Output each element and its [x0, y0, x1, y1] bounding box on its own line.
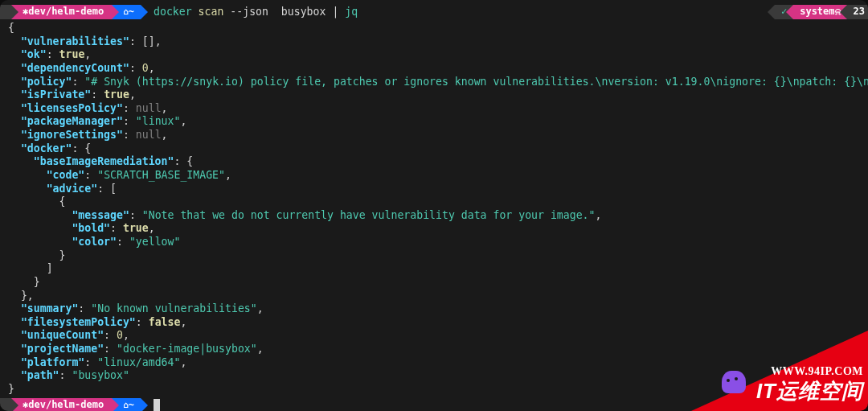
home-tilde-2: ~ — [129, 399, 134, 411]
time-value: 23 — [854, 6, 865, 18]
path-segment: ✱ dev/helm-demo — [11, 5, 112, 19]
cmd-target: busybox — [281, 6, 326, 18]
apple-segment-2 — [0, 398, 11, 412]
val-advice-bold: true — [123, 222, 149, 234]
time-segment: 23 — [847, 5, 868, 19]
val-policy: # Snyk (https://snyk.io) policy file, pa… — [91, 76, 868, 88]
prompt-row-bottom[interactable]: ✱ dev/helm-demo ⌂ ~ — [0, 398, 868, 412]
val-isprivate: true — [104, 88, 129, 101]
val-ok: true — [59, 48, 85, 60]
podman-seal-icon — [722, 371, 746, 393]
val-advice-color: yellow — [136, 236, 174, 248]
val-projectname: docker-image|busybox — [123, 343, 251, 355]
cmd-jq: jq — [345, 6, 358, 18]
val-uniquecount: 0 — [117, 329, 123, 341]
terminal-window: ✱ dev/helm-demo ⌂ ~ docker scan --json b… — [0, 0, 868, 411]
val-depcount: 0 — [142, 62, 149, 74]
val-advice-msg: Note that we do not currently have vulne… — [149, 209, 589, 221]
cmd-docker: docker — [154, 6, 192, 18]
val-pkgmgr: linux — [142, 115, 174, 127]
cwd-path: dev/helm-demo — [28, 6, 104, 18]
home-tilde: ~ — [129, 6, 134, 18]
val-summary: No known vulnerabilities — [97, 302, 251, 314]
json-output[interactable]: { "vulnerabilities": [], "ok": true, "de… — [0, 21, 868, 398]
podman-logo — [722, 371, 746, 393]
val-remed-code: SCRATCH_BASE_IMAGE — [104, 169, 219, 181]
home-icon: ⌂ — [123, 400, 129, 411]
cursor[interactable] — [154, 399, 160, 411]
right-prompt: ✓ system ⍾ 23 — [775, 5, 868, 19]
command-line[interactable]: docker scan --json busybox | jq — [154, 6, 358, 19]
cmd-flag: --json — [230, 6, 268, 18]
system-label: system — [800, 6, 834, 18]
val-platform: linux/amd64 — [104, 356, 174, 368]
cwd-path-2: dev/helm-demo — [28, 399, 104, 411]
path-segment-2: ✱ dev/helm-demo — [11, 398, 112, 412]
prompt-row-top[interactable]: ✱ dev/helm-demo ⌂ ~ docker scan --json b… — [0, 5, 868, 19]
cmd-pipe: | — [332, 6, 338, 18]
cmd-scan: scan — [199, 6, 224, 18]
apple-segment — [0, 5, 11, 19]
val-path: busybox — [78, 369, 123, 381]
val-fspolicy: false — [149, 316, 181, 328]
home-icon: ⌂ — [123, 6, 129, 18]
